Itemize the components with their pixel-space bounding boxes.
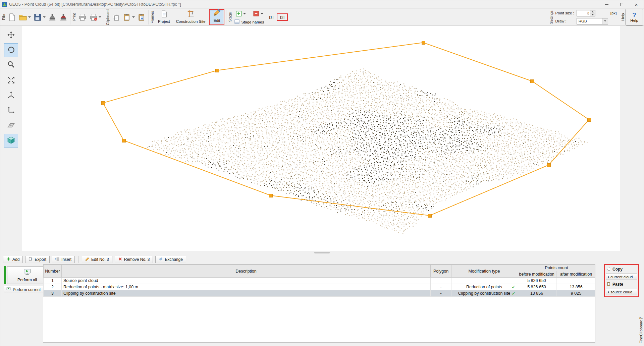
col-header-points-count: Points count	[517, 265, 596, 271]
point-size-unit: [px]	[610, 11, 617, 15]
print-options-button[interactable]	[88, 9, 103, 25]
view-toolbar	[0, 26, 22, 251]
point-size-input[interactable]	[577, 10, 590, 16]
close-icon: ×	[635, 2, 638, 7]
point-cloud-canvas[interactable]	[22, 26, 620, 251]
print-dropdown-icon	[99, 16, 101, 18]
insert-icon	[55, 257, 60, 262]
pan-tool-button[interactable]	[4, 28, 18, 42]
paste-small-icon	[606, 282, 611, 287]
add-stage-button[interactable]	[234, 10, 247, 17]
perform-current-button[interactable]: Perform current	[4, 286, 47, 293]
pencil-icon	[85, 257, 90, 262]
table-row[interactable]: 2 Reduction of points - matrix size: 1,0…	[44, 284, 596, 290]
section-label-help: Help	[621, 9, 625, 25]
stamp-red-icon	[59, 13, 68, 21]
stage-names-icon	[234, 19, 239, 25]
stamp-icon	[48, 13, 57, 21]
col-header-number: Number	[44, 265, 62, 278]
frame-construction-site-button[interactable]: Construction Site	[173, 9, 208, 25]
edit-no3-button[interactable]: Edit No. 3	[82, 256, 112, 263]
spin-down-button[interactable]	[590, 13, 595, 16]
open-file-button[interactable]	[17, 9, 32, 25]
cell-after: 13 856	[556, 284, 596, 290]
insert-label: Insert	[61, 257, 71, 262]
add-button[interactable]: Add	[3, 256, 23, 263]
copy-toolbar-button[interactable]	[110, 9, 121, 25]
new-document-icon	[8, 13, 16, 21]
title-bar: GEO5 - Point Cloud (64 bit) [C:\Users\tu…	[0, 0, 644, 8]
monitor-play-icon	[23, 268, 32, 277]
panel-splitter[interactable]	[0, 251, 644, 254]
minimize-icon	[605, 4, 608, 5]
modifications-panel: Add Export Insert Edit No. 3 Remove No. …	[0, 254, 644, 346]
clipboard-paste-label: Paste	[612, 282, 623, 287]
paste-special-button[interactable]	[136, 9, 147, 25]
splitter-grip-icon	[314, 252, 330, 253]
section-separator	[148, 10, 149, 24]
help-button[interactable]: ? Help	[626, 9, 643, 25]
remove-no3-button[interactable]: Remove No. 3	[115, 256, 153, 263]
stage-names-button[interactable]: Stage names	[234, 19, 265, 25]
source-cloud-label: source cloud	[610, 290, 632, 294]
stage-1-button[interactable]: [1]	[267, 14, 275, 20]
stage-2-highlight-box: [2]	[277, 13, 288, 21]
edit-pencil-icon	[213, 9, 221, 17]
frame-edit-button[interactable]: Edit	[210, 10, 223, 24]
axes-3d-tool-button[interactable]	[4, 89, 18, 102]
clipboard-copy-button[interactable]: Copy	[606, 266, 637, 272]
viewport-right-margin	[620, 26, 644, 251]
print-button[interactable]	[77, 9, 88, 25]
zoom-window-tool-button[interactable]	[4, 58, 18, 72]
insert-button[interactable]: Insert	[52, 256, 75, 263]
draw-mode-select[interactable]: RGB	[577, 18, 608, 24]
app-window: GEO5 - Point Cloud (64 bit) [C:\Users\tu…	[0, 0, 644, 346]
col-header-before: before modification	[517, 271, 556, 278]
maximize-button[interactable]	[614, 0, 629, 8]
perspective-box-view-button[interactable]	[4, 134, 18, 148]
section-label-frames: Frames	[150, 9, 154, 25]
table-row[interactable]: 1 Source point cloud 5 826 650	[44, 278, 596, 284]
new-file-button[interactable]	[6, 9, 17, 25]
red-x-icon	[118, 257, 122, 262]
exchange-button[interactable]: Exchange	[155, 256, 186, 263]
axes-2d-tool-button[interactable]	[4, 103, 18, 117]
point-size-stepper[interactable]	[577, 10, 595, 16]
save-dropdown-icon	[43, 16, 46, 18]
perform-all-button[interactable]: Perform all	[7, 266, 47, 284]
clipboard-paste-button[interactable]: Paste	[606, 281, 637, 287]
combo-dropdown-area[interactable]	[602, 18, 608, 24]
export-button[interactable]: Export	[25, 256, 50, 263]
zoom-fit-tool-button[interactable]	[4, 74, 18, 88]
table-row-selected[interactable]: 3 Clipping by construction site - Clippi…	[44, 290, 596, 297]
section-label-settings: Settings	[549, 9, 553, 25]
section-separator	[70, 10, 70, 24]
col-header-description: Description	[62, 265, 431, 278]
frame-project-button[interactable]: Project	[155, 9, 173, 25]
save-file-button[interactable]	[32, 9, 47, 25]
copy-icon	[112, 13, 120, 21]
cell-after: 9 025	[556, 290, 596, 297]
remove-stage-dropdown-icon	[261, 13, 263, 14]
paste-source-cloud-button[interactable]: › source cloud	[606, 289, 637, 295]
remove-stage-button[interactable]	[252, 10, 265, 17]
col-header-polygon: Polygon	[431, 265, 451, 278]
axonometric-view-button[interactable]	[4, 119, 18, 133]
rotate-tool-button[interactable]	[4, 43, 18, 57]
export-icon	[29, 257, 33, 262]
stage-2-button[interactable]: [2]	[278, 14, 286, 20]
close-button[interactable]: ×	[629, 0, 644, 8]
stamp-data-button[interactable]	[47, 9, 58, 25]
paste-toolbar-button[interactable]	[121, 9, 136, 25]
minimize-button[interactable]	[599, 0, 614, 8]
cell-before: 5 826 650	[517, 278, 556, 284]
edit-no3-label: Edit No. 3	[91, 257, 109, 262]
stamp-approve-button[interactable]	[58, 9, 69, 25]
help-label: Help	[630, 18, 638, 22]
chevron-down-icon	[604, 20, 606, 22]
section-separator	[104, 10, 104, 24]
spin-up-button[interactable]	[590, 10, 595, 13]
copy-current-cloud-button[interactable]: › current cloud	[606, 274, 637, 280]
cell-polygon: -	[431, 290, 451, 297]
perform-all-wrap: Perform all	[4, 266, 47, 284]
